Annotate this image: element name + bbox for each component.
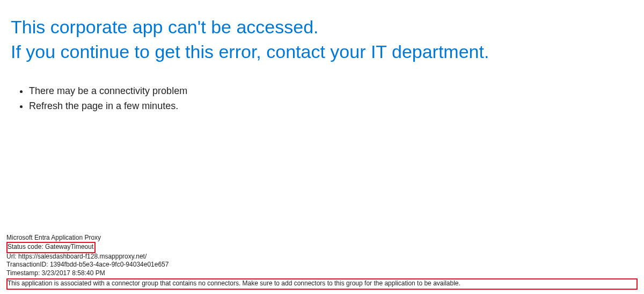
status-code-label: Status code: bbox=[8, 243, 45, 250]
timestamp-value: 3/23/2017 8:58:40 PM bbox=[42, 269, 105, 277]
timestamp-label: Timestamp: bbox=[6, 269, 42, 277]
suggestion-list: There may be a connectivity problem Refr… bbox=[0, 84, 644, 114]
status-code-row: Status code: GatewayTimeout bbox=[6, 242, 638, 253]
url-value: https://salesdashboard-f128.msappproxy.n… bbox=[18, 253, 147, 260]
suggestion-item: There may be a connectivity problem bbox=[29, 84, 644, 99]
suggestion-item: Refresh the page in a few minutes. bbox=[29, 99, 644, 114]
url-label: Url: bbox=[6, 253, 18, 260]
error-details: Microsoft Entra Application Proxy Status… bbox=[6, 234, 638, 290]
error-message: This application is associated with a co… bbox=[8, 279, 460, 287]
transaction-row: TransactionID: 1394fbdd-b5e3-4ace-9fc0-9… bbox=[6, 261, 638, 269]
message-highlight: This application is associated with a co… bbox=[6, 278, 638, 290]
status-code-value: GatewayTimeout bbox=[45, 243, 93, 250]
heading-line-2: If you continue to get this error, conta… bbox=[11, 40, 633, 64]
transaction-label: TransactionID: bbox=[6, 261, 50, 268]
heading-line-1: This corporate app can't be accessed. bbox=[11, 15, 633, 40]
product-name: Microsoft Entra Application Proxy bbox=[6, 234, 638, 242]
timestamp-row: Timestamp: 3/23/2017 8:58:40 PM bbox=[6, 269, 638, 278]
transaction-value: 1394fbdd-b5e3-4ace-9fc0-94034e01e657 bbox=[50, 261, 169, 268]
error-heading: This corporate app can't be accessed. If… bbox=[0, 0, 644, 64]
url-row: Url: https://salesdashboard-f128.msapppr… bbox=[6, 253, 638, 261]
status-code-highlight: Status code: GatewayTimeout bbox=[6, 242, 96, 253]
